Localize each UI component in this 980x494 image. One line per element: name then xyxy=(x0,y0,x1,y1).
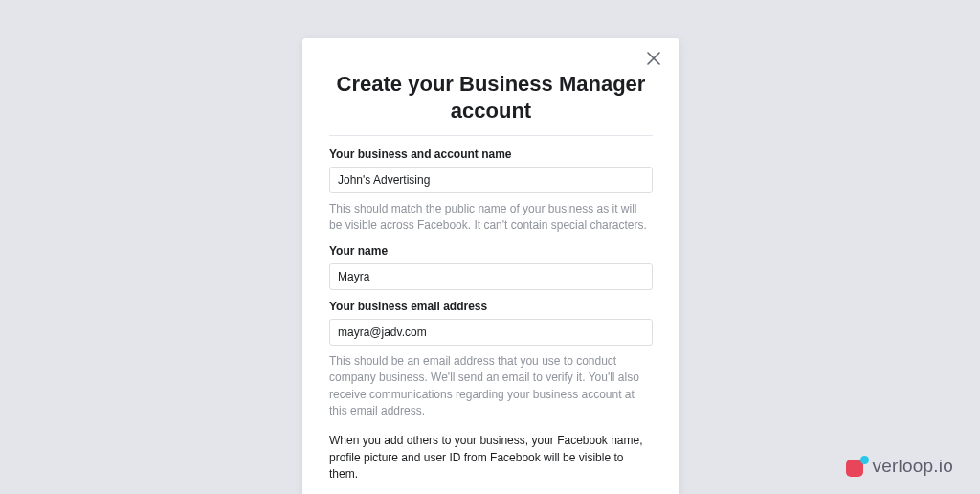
modal-title: Create your Business Manager account xyxy=(329,71,653,124)
brand-name: verloop.io xyxy=(873,456,953,477)
close-button[interactable] xyxy=(647,52,666,71)
your-name-label: Your name xyxy=(329,244,653,258)
email-input[interactable] xyxy=(329,319,653,346)
your-name-input[interactable] xyxy=(329,263,653,290)
modal-body: Your business and account name This shou… xyxy=(302,136,679,494)
create-business-modal: Create your Business Manager account You… xyxy=(302,38,679,494)
email-help: This should be an email address that you… xyxy=(329,353,653,420)
business-name-input[interactable] xyxy=(329,167,653,193)
business-name-help: This should match the public name of you… xyxy=(329,201,653,235)
brand-watermark: verloop.io xyxy=(846,456,953,477)
modal-header: Create your Business Manager account xyxy=(302,38,679,135)
email-label: Your business email address xyxy=(329,300,653,313)
close-icon xyxy=(647,52,660,65)
visibility-info: When you add others to your business, yo… xyxy=(329,433,653,483)
business-name-label: Your business and account name xyxy=(329,147,653,161)
verloop-icon xyxy=(846,456,867,477)
